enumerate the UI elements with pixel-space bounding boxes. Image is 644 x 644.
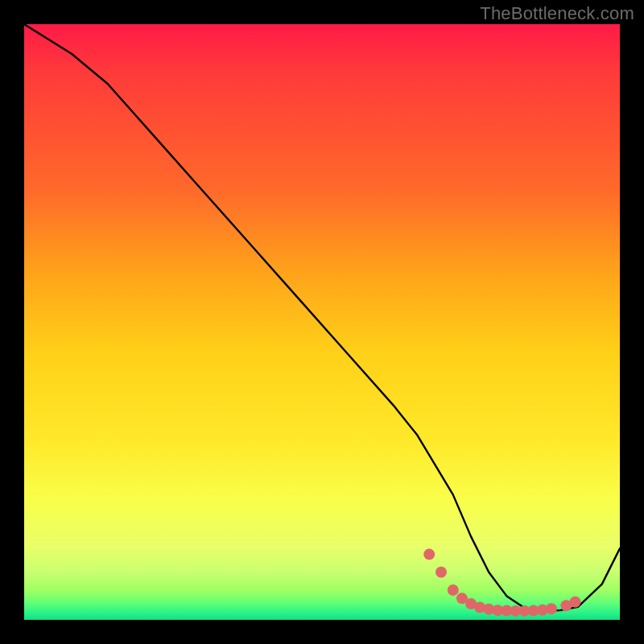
valley-dots-group — [423, 549, 580, 617]
valley-dot — [423, 549, 435, 560]
watermark-text: TheBottleneck.com — [480, 3, 634, 24]
bottleneck-curve-path — [24, 24, 620, 611]
valley-dot — [570, 597, 581, 608]
valley-dot — [436, 567, 447, 578]
valley-dot — [546, 603, 557, 614]
valley-dot — [448, 584, 459, 596]
chart-frame: TheBottleneck.com — [0, 0, 644, 644]
chart-svg — [24, 24, 620, 620]
